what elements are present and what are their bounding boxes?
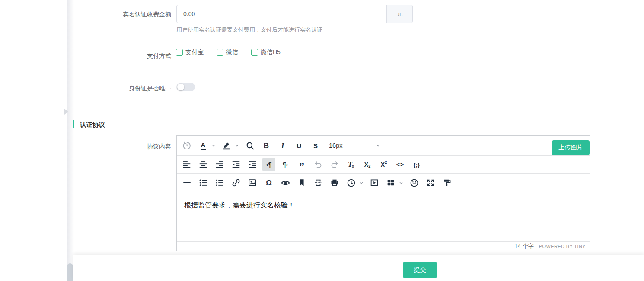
subscript-button[interactable]: X2 — [361, 158, 374, 171]
italic-button[interactable]: I — [276, 139, 289, 152]
tiny-branding[interactable]: POWERED BY TINY — [539, 244, 586, 249]
redo-icon — [330, 160, 339, 169]
chevron-down-icon — [234, 142, 240, 149]
table-button[interactable] — [384, 176, 397, 189]
print-button[interactable] — [328, 176, 341, 189]
outdent-icon — [231, 160, 241, 169]
indent-icon — [248, 160, 257, 169]
horizontal-rule-icon — [183, 182, 191, 183]
id-unique-label: 身份证是否唯一 — [73, 84, 171, 92]
superscript-button[interactable]: X2 — [377, 158, 390, 171]
fee-label: 实名认证收费金额 — [73, 10, 171, 18]
format-painter-button[interactable] — [440, 176, 453, 189]
checkbox-label: 微信 — [226, 48, 238, 56]
section-title: 认证协议 — [80, 121, 105, 129]
checkbox-label: 微信H5 — [261, 48, 281, 56]
code-sample-button[interactable]: {;} — [410, 158, 423, 171]
bold-button[interactable]: B — [260, 139, 273, 152]
code-sample-icon: {;} — [414, 162, 420, 168]
editor-content[interactable]: 根据监管要求，需要进行实名核验！ — [177, 192, 590, 241]
bold-icon: B — [264, 142, 269, 149]
align-center-button[interactable] — [197, 158, 210, 171]
fullscreen-button[interactable] — [424, 176, 437, 189]
blockquote-icon: ” — [299, 165, 305, 169]
align-left-button[interactable] — [180, 158, 193, 171]
backcolor-menu-button[interactable] — [234, 142, 240, 149]
checkbox-wechat[interactable]: 微信 — [217, 48, 238, 56]
pane-divider — [67, 0, 75, 281]
insert-datetime-button[interactable] — [344, 176, 357, 189]
media-icon — [370, 178, 379, 187]
emoticons-button[interactable] — [408, 176, 421, 189]
upload-image-button[interactable]: 上传图片 — [552, 140, 590, 155]
special-character-button[interactable]: Ω — [262, 176, 275, 189]
id-unique-toggle[interactable] — [176, 83, 195, 91]
numbered-list-button[interactable] — [213, 176, 226, 189]
strikethrough-icon: S — [313, 142, 318, 149]
page-break-button[interactable] — [312, 176, 325, 189]
checkbox-wechat-h5[interactable]: 微信H5 — [251, 48, 281, 56]
font-size-value: 16px — [329, 142, 342, 149]
editor-toolbar-row-3: Ω — [177, 174, 590, 192]
eye-icon — [281, 178, 290, 188]
preview-button[interactable] — [279, 176, 292, 189]
media-button[interactable] — [368, 176, 381, 189]
table-menu-button[interactable] — [398, 180, 404, 186]
horizontal-rule-button[interactable] — [180, 176, 193, 189]
forecolor-button[interactable]: A — [197, 139, 210, 152]
code-button[interactable]: <> — [394, 158, 407, 171]
pane-collapse-arrow-icon[interactable] — [64, 109, 68, 115]
strikethrough-button[interactable]: S — [309, 139, 322, 152]
scrollbar-thumb[interactable] — [67, 263, 73, 281]
rtl-button[interactable]: ¶‹ — [279, 158, 292, 171]
ltr-button[interactable]: ›¶ — [262, 158, 275, 171]
undo-button[interactable] — [312, 158, 325, 171]
page-break-icon — [313, 178, 323, 187]
checkbox-box[interactable] — [176, 49, 183, 56]
word-count[interactable]: 14 个字 — [515, 242, 534, 250]
superscript-icon: X — [381, 161, 385, 168]
chevron-down-icon — [210, 142, 217, 149]
align-left-icon — [182, 160, 191, 169]
image-button[interactable] — [246, 176, 259, 189]
insert-datetime-menu-button[interactable] — [358, 180, 364, 186]
checkbox-alipay[interactable]: 支付宝 — [176, 48, 204, 56]
submit-button[interactable]: 提交 — [403, 262, 437, 278]
highlight-pen-icon — [222, 141, 231, 150]
restore-draft-button[interactable] — [180, 139, 193, 152]
ltr-icon: ›¶ — [266, 161, 271, 168]
clock-icon — [346, 178, 356, 188]
bullet-list-button[interactable] — [197, 176, 210, 189]
backcolor-button[interactable] — [220, 139, 233, 152]
editor-toolbar-row-1: A B I U S 16px — [177, 136, 590, 156]
checkbox-box[interactable] — [251, 49, 258, 56]
bullet-list-icon — [198, 178, 208, 187]
history-icon — [182, 141, 192, 151]
chevron-down-icon — [358, 180, 364, 186]
font-size-select[interactable]: 16px — [325, 139, 384, 152]
indent-button[interactable] — [246, 158, 259, 171]
toggle-knob — [177, 84, 184, 90]
fee-unit: 元 — [386, 5, 412, 23]
blockquote-button[interactable]: ” — [295, 158, 308, 171]
link-button[interactable] — [230, 176, 242, 189]
numbered-list-icon — [215, 178, 224, 187]
underline-button[interactable]: U — [293, 139, 306, 152]
chevron-down-icon — [375, 142, 381, 149]
checkbox-box[interactable] — [217, 49, 223, 56]
remove-format-button[interactable]: Tx — [344, 158, 357, 171]
code-icon: <> — [396, 161, 404, 168]
redo-button[interactable] — [328, 158, 341, 171]
forecolor-menu-button[interactable] — [210, 142, 217, 149]
page: 实名认证收费金额 元 用户使用实名认证需要支付费用，支付后才能进行实名认证 支付… — [0, 0, 644, 281]
align-right-button[interactable] — [213, 158, 226, 171]
anchor-button[interactable] — [295, 176, 308, 189]
image-icon — [248, 178, 257, 187]
table-icon — [386, 178, 395, 187]
italic-icon: I — [281, 142, 284, 149]
search-icon — [245, 141, 255, 151]
outdent-button[interactable] — [230, 158, 242, 171]
fee-input[interactable] — [177, 5, 386, 23]
checkbox-label: 支付宝 — [185, 48, 204, 56]
search-replace-button[interactable] — [243, 139, 256, 152]
